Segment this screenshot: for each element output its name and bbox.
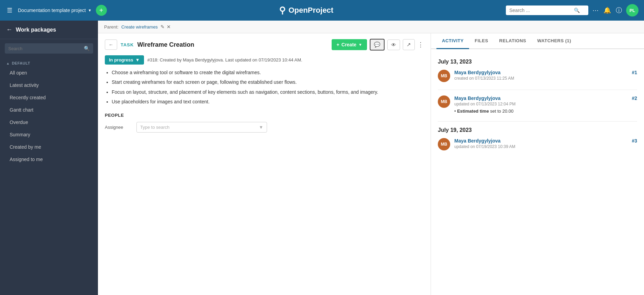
- wp-toolbar-right: + Create ▼ 💬 👁 ↗ ⋮: [332, 39, 424, 50]
- activity-body-1: Maya Berdygylyjova updated on 07/13/2023…: [454, 95, 515, 114]
- tab-relations[interactable]: RELATIONS: [494, 33, 532, 49]
- sidebar-item-latest-activity[interactable]: Latest activity: [0, 79, 98, 91]
- wp-detail-right: ACTIVITY FILES RELATIONS WATCHERS (1) Ju…: [431, 33, 644, 295]
- grid-icon[interactable]: ⋯: [592, 7, 599, 14]
- wp-status-row: In progress ▼ #318: Created by Maya Berd…: [105, 55, 424, 65]
- activity-meta-0: created on 07/13/2023 11:25 AM: [454, 76, 514, 81]
- activity-entry-1: MB Maya Berdygylyjova updated on 07/13/2…: [438, 95, 637, 120]
- add-project-button[interactable]: +: [96, 5, 107, 16]
- tab-activity[interactable]: ACTIVITY: [436, 33, 469, 49]
- wp-description: Choose a wireframing tool or software to…: [105, 69, 424, 106]
- activity-body-0: Maya Berdygylyjova created on 07/13/2023…: [454, 70, 514, 81]
- sidebar-search-icon: 🔍: [84, 46, 90, 51]
- activity-meta-1: updated on 07/13/2023 12:04 PM: [454, 102, 515, 106]
- hamburger-icon[interactable]: ☰: [5, 5, 14, 15]
- section-caret-icon: ▲: [6, 61, 10, 65]
- main-content: Parent: Create wireframes ✎ ✕ ← TASK Wir…: [98, 21, 644, 295]
- sidebar-title: Work packages: [16, 27, 56, 33]
- assignee-placeholder: Type to search: [140, 125, 169, 130]
- activity-item-1: MB Maya Berdygylyjova updated on 07/13/2…: [438, 95, 515, 114]
- wp-toolbar: ← TASK Wireframe Creation + Create ▼ 💬 👁…: [105, 39, 424, 50]
- activity-num-1: #2: [632, 95, 637, 101]
- sidebar-search-input[interactable]: [8, 46, 81, 51]
- create-label: Create: [342, 42, 357, 47]
- sidebar: ← Work packages 🔍 ▲ DEFAULT All open Lat…: [0, 21, 98, 295]
- sidebar-item-overdue[interactable]: Overdue: [0, 116, 98, 128]
- sidebar-item-gantt-chart[interactable]: Gantt chart: [0, 104, 98, 116]
- description-item-1: Start creating wireframes for each scree…: [112, 78, 424, 86]
- activity-meta-2: updated on 07/19/2023 10:39 AM: [454, 144, 515, 149]
- sidebar-item-recently-created[interactable]: Recently created: [0, 91, 98, 104]
- user-avatar[interactable]: PL: [626, 4, 639, 16]
- breadcrumb: Parent: Create wireframes ✎ ✕: [98, 21, 644, 33]
- sidebar-item-all-open[interactable]: All open: [0, 67, 98, 79]
- app-logo: ⚲ OpenProject: [111, 5, 502, 16]
- sidebar-item-summary[interactable]: Summary: [0, 128, 98, 141]
- activity-entry-2: MB Maya Berdygylyjova updated on 07/19/2…: [438, 138, 637, 157]
- sidebar-section-default[interactable]: ▲ DEFAULT: [0, 58, 98, 67]
- search-icon: 🔍: [574, 8, 580, 13]
- activity-avatar-0: MB: [438, 70, 450, 82]
- activity-item-2: MB Maya Berdygylyjova updated on 07/19/2…: [438, 138, 515, 150]
- search-input[interactable]: [509, 8, 571, 13]
- wp-title: Wireframe Creation: [137, 41, 194, 48]
- view-button[interactable]: 👁: [387, 39, 400, 50]
- breadcrumb-parent-link[interactable]: Create wireframes: [121, 24, 158, 30]
- create-plus-icon: +: [336, 42, 339, 47]
- edit-icon[interactable]: ✎: [160, 24, 165, 30]
- status-badge[interactable]: In progress ▼: [105, 55, 144, 65]
- nav-icon-group: ⋯ 🔔 ⓘ: [592, 6, 622, 14]
- divider-0: [438, 90, 637, 90]
- activity-date-0: July 13, 2023: [438, 59, 637, 65]
- sidebar-item-assigned-to-me[interactable]: Assigned to me: [0, 153, 98, 166]
- close-icon[interactable]: ✕: [167, 24, 171, 30]
- activity-user-0[interactable]: Maya Berdygylyjova: [454, 70, 514, 75]
- logo-icon: ⚲: [279, 5, 286, 16]
- assignee-input[interactable]: Type to search ▼: [136, 122, 267, 133]
- activity-avatar-2: MB: [438, 138, 450, 150]
- sidebar-back-icon[interactable]: ←: [6, 26, 12, 33]
- divider-1: [438, 121, 637, 122]
- wp-toolbar-left: ← TASK Wireframe Creation: [105, 39, 194, 50]
- wp-back-button[interactable]: ←: [105, 39, 117, 50]
- status-label: In progress: [109, 57, 133, 63]
- project-selector[interactable]: Documentation template project ▼: [18, 8, 92, 13]
- section-label: DEFAULT: [12, 61, 30, 65]
- activity-num-2: #3: [632, 138, 637, 144]
- tab-files[interactable]: FILES: [469, 33, 493, 49]
- workpackage-panel: ← TASK Wireframe Creation + Create ▼ 💬 👁…: [98, 33, 644, 295]
- activity-date-1: July 19, 2023: [438, 127, 637, 133]
- activity-body-2: Maya Berdygylyjova updated on 07/19/2023…: [454, 138, 515, 149]
- wp-meta: #318: Created by Maya Berdygylyjova. Las…: [147, 57, 302, 63]
- description-item-2: Focus on layout, structure, and placemen…: [112, 88, 424, 96]
- description-list: Choose a wireframing tool or software to…: [105, 69, 424, 106]
- assignee-label: Assignee: [105, 125, 132, 130]
- tab-watchers[interactable]: WATCHERS (1): [532, 33, 577, 49]
- help-icon[interactable]: ⓘ: [616, 6, 622, 14]
- app-body: ← Work packages 🔍 ▲ DEFAULT All open Lat…: [0, 21, 644, 295]
- activity-item-0: MB Maya Berdygylyjova created on 07/13/2…: [438, 70, 514, 82]
- project-chevron-icon: ▼: [88, 8, 92, 12]
- activity-num-0: #1: [632, 70, 637, 75]
- more-options-button[interactable]: ⋮: [418, 41, 424, 48]
- activity-entry-0: MB Maya Berdygylyjova created on 07/13/2…: [438, 70, 637, 88]
- activity-tabs: ACTIVITY FILES RELATIONS WATCHERS (1): [431, 33, 644, 49]
- global-search[interactable]: 🔍: [506, 5, 588, 15]
- watch-button[interactable]: 💬: [370, 39, 385, 50]
- activity-user-2[interactable]: Maya Berdygylyjova: [454, 138, 515, 144]
- activity-user-1[interactable]: Maya Berdygylyjova: [454, 95, 515, 101]
- wp-detail-left: ← TASK Wireframe Creation + Create ▼ 💬 👁…: [98, 33, 431, 295]
- bell-icon[interactable]: 🔔: [603, 7, 611, 14]
- sidebar-header: ← Work packages: [0, 21, 98, 39]
- assignee-dropdown-icon: ▼: [259, 125, 263, 130]
- activity-detail-1: • Estimated time set to 20.00: [454, 109, 515, 114]
- logo-text: OpenProject: [288, 6, 333, 15]
- activity-avatar-1: MB: [438, 95, 450, 108]
- description-item-0: Choose a wireframing tool or software to…: [112, 69, 424, 76]
- sidebar-search[interactable]: 🔍: [5, 43, 93, 54]
- fullscreen-button[interactable]: ↗: [403, 39, 415, 50]
- sidebar-item-created-by-me[interactable]: Created by me: [0, 141, 98, 153]
- create-button[interactable]: + Create ▼: [332, 39, 367, 50]
- activity-panel: July 13, 2023 MB Maya Berdygylyjova crea…: [431, 49, 644, 295]
- create-caret-icon: ▼: [358, 43, 362, 47]
